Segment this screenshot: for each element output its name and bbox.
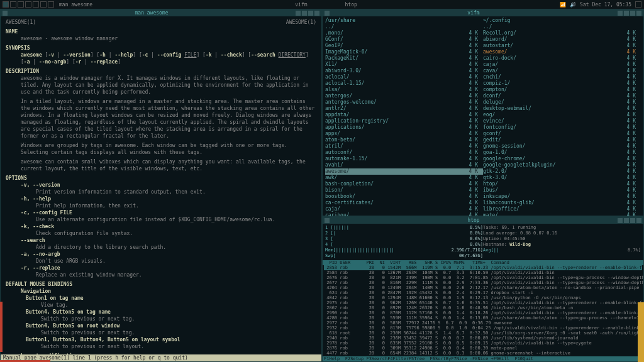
vifm-item[interactable]: cairo-dock/4 K: [483, 55, 641, 62]
htop-header[interactable]: PID USER PRI NI VIRT RES SHR S CPU% MEM%…: [323, 260, 643, 265]
tag-2[interactable]: [10, 1, 16, 8]
vifm-item[interactable]: application-registry/4 K: [325, 118, 483, 124]
floating-icon[interactable]: [618, 218, 623, 223]
layout-icon[interactable]: [635, 1, 641, 8]
vifm-item[interactable]: ImageMagick-6/4 K: [325, 49, 483, 55]
vifm-item[interactable]: gtk-2.0/4 K: [483, 168, 641, 175]
tag-7[interactable]: [48, 1, 54, 8]
vifm-item[interactable]: autostart/4 K: [483, 43, 641, 49]
vifm-item[interactable]: automake-1.15/4 K: [325, 156, 483, 162]
vifm-item[interactable]: antergos/4 K: [325, 93, 483, 99]
vifm-item[interactable]: cnchi/4 K: [483, 74, 641, 80]
tag-4[interactable]: [25, 1, 31, 8]
floating-icon[interactable]: [618, 11, 623, 16]
vifm-col-right[interactable]: ~/.config ../Recoll.org/4 Kabiword/4 Kau…: [483, 18, 641, 244]
vifm-col-left[interactable]: /usr/share ../.mono/4 KGConf/4 KGeoIP/4 …: [325, 18, 483, 244]
vifm-item[interactable]: avahi/4 K: [325, 162, 483, 168]
vifm-item[interactable]: desktop-webmail/4 K: [483, 106, 641, 112]
vifm-item[interactable]: antergos-welcome/4 K: [325, 99, 483, 106]
vifm-item[interactable]: gnome-session/4 K: [483, 143, 641, 150]
htop-row[interactable]: 2584 rob 20 0 1267M 263M 104M S 0.7 3.3 …: [324, 270, 642, 275]
vifm-item[interactable]: atom-beta/4 K: [325, 137, 483, 143]
htop-row[interactable]: 2677 rob 20 0 816M 229M 111M S 0.0 2.9 7…: [324, 280, 642, 285]
htop-row[interactable]: 4280 rob 20 0 559M 111M 35964 S 0.0 1.4 …: [324, 315, 642, 321]
taskbar-app-htop[interactable]: htop: [345, 2, 357, 8]
vifm-item[interactable]: ../: [483, 24, 641, 30]
vifm-item[interactable]: compton/4 K: [483, 87, 641, 93]
maximize-icon[interactable]: [624, 11, 629, 16]
htop-row[interactable]: 2853 rob 20 0 1542M 566M 119M S 0.0 7.1 …: [324, 265, 642, 270]
vifm-item[interactable]: bison/4 K: [325, 187, 483, 194]
htop-row[interactable]: 2932 rob 20 0 813M 75796 59800 S 0.0 1.0…: [324, 326, 642, 331]
close-icon[interactable]: [314, 11, 319, 16]
volume-icon[interactable]: 🔊: [570, 2, 576, 8]
vifm-item[interactable]: google-chrome/4 K: [483, 156, 641, 162]
vifm-item[interactable]: atril/4 K: [325, 143, 483, 150]
vifm-item[interactable]: alsa/4 K: [325, 87, 483, 93]
vifm-item[interactable]: ../: [325, 24, 483, 30]
vifm-item[interactable]: libreoffice/4 K: [483, 206, 641, 212]
vifm-item[interactable]: appdata/4 K: [325, 112, 483, 118]
htop-row[interactable]: 2867 rob 20 0 892M 124M 26320 S 0.0 1.6 …: [324, 305, 642, 310]
vifm-item[interactable]: google-googletalkplugin/4 K: [483, 162, 641, 168]
vifm-item[interactable]: ca-certificates/4 K: [325, 200, 483, 206]
vifm-item[interactable]: boostbook/4 K: [325, 194, 483, 200]
maximize-icon[interactable]: [302, 11, 307, 16]
floating-icon[interactable]: [296, 11, 301, 16]
maximize-icon[interactable]: [624, 218, 629, 223]
vifm-item[interactable]: fontconfig/4 K: [483, 124, 641, 131]
vifm-item[interactable]: awk/4 K: [325, 175, 483, 181]
vifm-content[interactable]: /usr/share ../.mono/4 KGConf/4 KGeoIP/4 …: [323, 16, 643, 245]
sticky-icon[interactable]: [630, 11, 635, 16]
tag-6[interactable]: [40, 1, 47, 8]
vifm-item[interactable]: htop/4 K: [483, 181, 641, 187]
wifi-icon[interactable]: 📶: [560, 2, 566, 8]
vifm-item[interactable]: dconf/4 K: [483, 93, 641, 99]
vifm-item[interactable]: bash-completion/4 K: [325, 181, 483, 187]
vifm-item[interactable]: apps/4 K: [325, 131, 483, 137]
vifm-item[interactable]: gtk-3.0/4 K: [483, 175, 641, 181]
vifm-item[interactable]: evince/4 K: [483, 118, 641, 124]
vifm-item[interactable]: awesome/4 K: [483, 49, 641, 55]
vifm-item[interactable]: inkscape/4 K: [483, 194, 641, 200]
htop-row[interactable]: 4477 rob 20 0 654M 22384 14312 S 0.0 0.3…: [324, 351, 642, 356]
close-icon[interactable]: [636, 11, 641, 16]
htop-row[interactable]: 624 rob 20 0 2847M 192M 45432 S 0.0 2.4 …: [324, 290, 642, 295]
vifm-item[interactable]: autoconf/4 K: [325, 150, 483, 156]
vifm-item[interactable]: awesome/4 K: [325, 168, 483, 175]
htop-row[interactable]: 2940 rob 20 0 236M 53452 39472 S 0.0 0.7…: [324, 336, 642, 341]
vifm-item[interactable]: abiword-3.0/4 K: [325, 68, 483, 74]
htop-row[interactable]: 2990 rob 20 0 870M 112M 57160 S 0.0 1.4 …: [324, 310, 642, 315]
sticky-icon[interactable]: [308, 11, 313, 16]
vifm-item[interactable]: .mono/4 K: [325, 30, 483, 36]
vifm-item[interactable]: aclocal-1.15/4 K: [325, 80, 483, 87]
vifm-item[interactable]: ibus/4 K: [483, 187, 641, 194]
vifm-item[interactable]: X11/4 K: [325, 62, 483, 68]
htop-row[interactable]: 4204 rob 20 0 1249M 204M 140M S 0.0 2.6 …: [324, 285, 642, 290]
vifm-item[interactable]: deluge/4 K: [483, 99, 641, 106]
htop-row[interactable]: 618 root 20 0 230M 56744 41128 S 1.4 6.7…: [324, 331, 642, 336]
vifm-item[interactable]: abiword/4 K: [483, 36, 641, 43]
vifm-item[interactable]: GeoIP/4 K: [325, 43, 483, 49]
vifm-item[interactable]: caja/4 K: [483, 62, 641, 68]
vifm-item[interactable]: goa-1.0/4 K: [483, 150, 641, 156]
vifm-item[interactable]: Recoll.org/4 K: [483, 30, 641, 36]
man-content[interactable]: AWESOME(1)AWESOME(1) NAME awesome - awes…: [1, 16, 321, 354]
vifm-item[interactable]: caja/4 K: [325, 206, 483, 212]
vifm-item[interactable]: aclocal/4 K: [325, 74, 483, 80]
htop-row[interactable]: 2676 rob 20 0 821M 249M 190M S 0.0 3.2 7…: [324, 275, 642, 280]
htop-row[interactable]: 2975 rob 20 0 962M 126M 65140 S 0.7 1.6 …: [324, 300, 642, 305]
tag-5[interactable]: [33, 1, 39, 8]
close-icon[interactable]: [636, 218, 641, 223]
vifm-item[interactable]: eog/4 K: [483, 112, 641, 118]
htop-row[interactable]: 2876 rob 20 0 309M 35312 24908 S 0.0 0.4…: [324, 346, 642, 351]
vifm-item[interactable]: PackageKit/4 K: [325, 55, 483, 62]
vifm-item[interactable]: libaccounts-glib/4 K: [483, 200, 641, 206]
vifm-item[interactable]: antlr2/4 K: [325, 106, 483, 112]
vifm-item[interactable]: gedit/4 K: [483, 137, 641, 143]
taskbar-app-vifm[interactable]: vifm: [295, 2, 307, 8]
tag-3[interactable]: [18, 1, 24, 8]
htop-row[interactable]: 2978 rob 20 0 635M 37552 29100 S 0.0 0.5…: [324, 341, 642, 346]
htop-rows[interactable]: 2853 rob 20 0 1542M 566M 119M S 0.0 7.1 …: [323, 265, 643, 356]
htop-footer[interactable]: F1Help F2Setup F3SearchF4FilterF5Tree F6…: [323, 356, 643, 361]
